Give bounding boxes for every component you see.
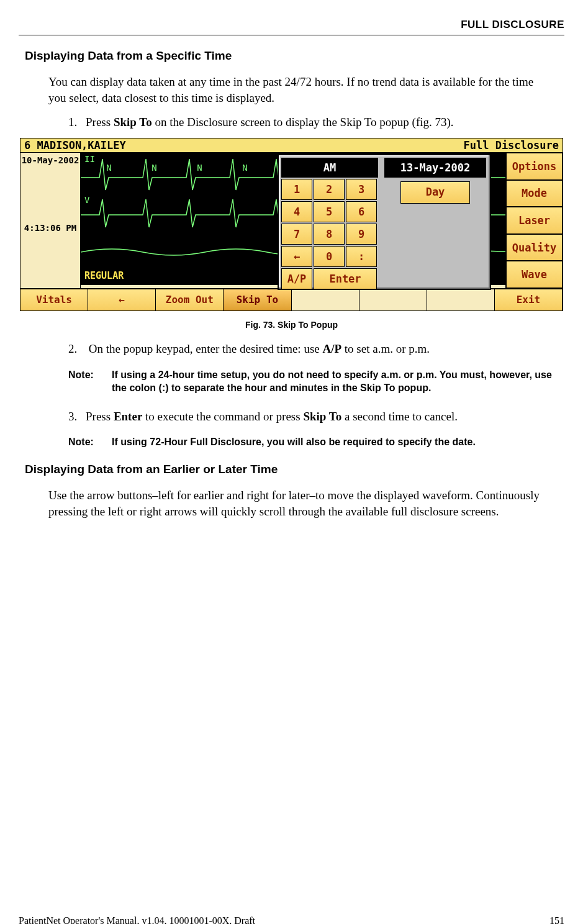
key-colon[interactable]: : [346,246,377,267]
note-1-label: Note: [68,368,112,395]
bottom-softkey-bar: Vitals ← Zoom Out Skip To Exit [20,288,563,311]
footer-page-number: 151 [549,915,564,924]
step-2-text-c: to set a.m. or p.m. [341,342,430,355]
date-cell: 10-May-2002 [20,153,80,220]
mode-button[interactable]: Mode [505,180,563,207]
step-1: 1.Press Skip To on the Disclosure screen… [68,114,552,130]
key-6[interactable]: 6 [346,201,377,222]
keypad-grid: 1 2 3 4 5 6 7 8 9 ← 0 : A/P Enter [281,179,378,289]
blank-button-2 [359,289,427,310]
section-heading-1: Displaying Data from a Specific Time [25,49,564,63]
step-3-bold-1: Enter [114,410,142,423]
keypad-display: AM [281,158,378,178]
key-5[interactable]: 5 [314,201,345,222]
intro-paragraph: You can display data taken at any time i… [48,74,552,106]
date-display: 13-May-2002 [384,158,486,178]
step-3-num: 3. [68,409,86,425]
quality-button[interactable]: Quality [505,234,563,261]
right-softkey-column: Options Mode Laser Quality Wave [505,153,563,288]
step-2-text-a: On the popup keypad, enter the desired t… [86,342,322,355]
note-2-label: Note: [68,435,112,449]
note-2-text: If using 72-Hour Full Disclosure, you wi… [112,435,552,449]
left-column: 10-May-2002 4:13:06 PM [20,153,81,288]
note-1-text: If using a 24-hour time setup, you do no… [112,368,552,395]
key-8[interactable]: 8 [314,224,345,245]
skip-to-popup: AM 1 2 3 4 5 6 7 8 9 ← 0 : A/P Enter 13-… [278,154,491,290]
step-2-bold: A/P [322,342,341,355]
back-arrow-button[interactable]: ← [88,289,156,310]
vitals-button[interactable]: Vitals [20,289,88,310]
titlebar-mode: Full Disclosure [463,138,559,152]
zoom-out-button[interactable]: Zoom Out [156,289,224,310]
step-1-text-a: Press [86,116,114,129]
section-heading-2: Displaying Data from an Earlier or Later… [25,463,564,476]
step-2: 2. On the popup keypad, enter the desire… [68,341,552,357]
key-0[interactable]: 0 [314,246,345,267]
note-2: Note: If using 72-Hour Full Disclosure, … [68,435,552,449]
key-7[interactable]: 7 [281,224,312,245]
step-3-text-a: Press [86,410,114,423]
step-1-num: 1. [68,114,86,130]
wave-button[interactable]: Wave [505,261,563,288]
figure-skipto: 6 MADISON,KAILEY Full Disclosure 10-May-… [20,138,563,311]
page-footer: PatientNet Operator's Manual, v1.04, 100… [19,915,564,924]
step-3: 3.Press Enter to execute the command or … [68,409,552,425]
key-4[interactable]: 4 [281,201,312,222]
skip-to-button[interactable]: Skip To [224,289,291,310]
time-cell: 4:13:06 PM [20,220,80,288]
step-2-num: 2. [68,341,86,357]
day-button[interactable]: Day [400,181,470,204]
key-1[interactable]: 1 [281,179,312,200]
key-ap[interactable]: A/P [281,268,312,289]
header-rule [19,35,564,35]
key-backspace[interactable]: ← [281,246,312,267]
footer-left: PatientNet Operator's Manual, v1.04, 100… [19,915,255,924]
step-1-bold: Skip To [114,116,152,129]
key-2[interactable]: 2 [314,179,345,200]
key-3[interactable]: 3 [346,179,377,200]
titlebar-patient: 6 MADISON,KAILEY [24,138,126,152]
step-1-text-c: on the Disclosure screen to display the … [152,116,454,129]
key-9[interactable]: 9 [346,224,377,245]
date-side: 13-May-2002 Day [381,155,490,289]
figure-caption: Fig. 73. Skip To Popup [19,320,564,330]
blank-button-3 [427,289,495,310]
exit-button[interactable]: Exit [495,289,563,310]
section-2-body: Use the arrow buttons–left for earlier a… [48,487,552,519]
options-button[interactable]: Options [505,153,563,180]
step-3-bold-2: Skip To [303,410,341,423]
laser-button[interactable]: Laser [505,207,563,234]
titlebar: 6 MADISON,KAILEY Full Disclosure [20,138,563,153]
step-3-text-c: to execute the command or press [142,410,303,423]
note-1: Note: If using a 24-hour time setup, you… [68,368,552,395]
key-enter[interactable]: Enter [314,268,377,289]
blank-button-1 [292,289,359,310]
page-header: FULL DISCLOSURE [19,19,564,31]
keypad-side: AM 1 2 3 4 5 6 7 8 9 ← 0 : A/P Enter [279,155,381,289]
step-3-text-e: a second time to cancel. [341,410,458,423]
